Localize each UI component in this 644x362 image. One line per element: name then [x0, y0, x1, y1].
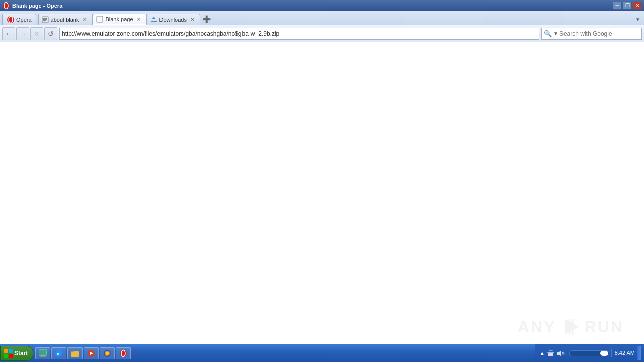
search-icon: 🔍	[544, 30, 552, 37]
svg-rect-12	[151, 21, 157, 22]
new-tab-button[interactable]: ➕	[201, 14, 212, 25]
watermark: ANY RUN	[518, 317, 624, 337]
nav-bar: ← → ✕ ↺ 🔍 ▼	[0, 25, 644, 42]
svg-rect-9	[98, 18, 102, 18]
search-bar-container: 🔍 ▼	[541, 28, 642, 40]
close-button[interactable]: ✕	[633, 2, 642, 10]
search-engine-dropdown[interactable]: ▼	[553, 31, 558, 36]
watermark-play-icon	[560, 317, 581, 337]
system-tray: ▲	[538, 349, 567, 357]
forward-icon: →	[19, 30, 26, 38]
show-desktop-button[interactable]	[637, 346, 641, 360]
svg-text:e: e	[57, 351, 59, 356]
svg-rect-36	[548, 353, 553, 356]
taskbar-media-item[interactable]	[84, 347, 99, 359]
svg-point-34	[120, 350, 127, 357]
svg-rect-6	[43, 19, 47, 20]
stop-button[interactable]: ✕	[30, 27, 43, 40]
tab-blank-page-label: Blank page	[105, 16, 133, 22]
network-icon	[547, 349, 555, 357]
windows-logo-icon	[4, 349, 13, 358]
opera-logo-icon	[2, 2, 10, 10]
taskbar-opera-item[interactable]	[116, 347, 131, 359]
tab-about-blank[interactable]: about:blank ✕	[38, 14, 93, 25]
svg-rect-19	[9, 349, 13, 353]
svg-rect-22	[39, 350, 47, 355]
svg-rect-23	[41, 355, 45, 356]
tab-downloads-label: Downloads	[159, 17, 187, 23]
desktop-icon	[39, 349, 47, 357]
svg-rect-20	[4, 354, 8, 358]
window-title: Blank page - Opera	[12, 3, 62, 9]
svg-point-0	[3, 2, 10, 9]
tab-blank-page[interactable]: Blank page ✕	[93, 14, 146, 25]
tray-expand-arrow[interactable]: ▲	[540, 350, 545, 356]
svg-rect-11	[98, 20, 100, 20]
svg-point-33	[106, 352, 109, 355]
taskbar-show-desktop-item[interactable]	[35, 347, 50, 359]
taskbar: Start e	[0, 344, 644, 362]
volume-thumb[interactable]	[600, 351, 608, 356]
restore-button[interactable]: ❐	[623, 2, 632, 10]
volume-track[interactable]	[569, 350, 609, 356]
svg-rect-14	[153, 17, 154, 19]
title-bar-left: Blank page - Opera	[2, 2, 62, 10]
title-bar: Blank page - Opera ─ ❐ ✕	[0, 0, 644, 11]
download-icon	[150, 16, 157, 23]
taskbar-ie-item[interactable]: e	[51, 347, 66, 359]
taskbar-firefox-item[interactable]	[100, 347, 115, 359]
svg-rect-7	[43, 20, 46, 21]
address-input[interactable]	[62, 30, 537, 37]
svg-rect-10	[98, 19, 102, 19]
page-icon	[96, 16, 103, 23]
svg-rect-28	[71, 351, 74, 352]
volume-icon	[557, 349, 565, 357]
start-label: Start	[14, 350, 28, 357]
tab-blank-page-close[interactable]: ✕	[135, 16, 142, 23]
opera-logo-small-icon	[7, 16, 15, 24]
internet-explorer-icon: e	[55, 349, 63, 357]
folder-icon	[71, 349, 79, 357]
tab-about-blank-label: about:blank	[51, 17, 79, 23]
svg-rect-5	[43, 18, 47, 19]
minimize-button[interactable]: ─	[613, 2, 622, 10]
volume-slider-area	[569, 350, 609, 356]
search-input[interactable]	[559, 30, 639, 37]
watermark-text: ANY	[518, 318, 556, 336]
tab-downloads[interactable]: Downloads ✕	[147, 14, 200, 25]
back-button[interactable]: ←	[2, 27, 15, 40]
svg-marker-15	[565, 319, 579, 335]
clock: 8:42 AM	[611, 349, 635, 356]
opera-taskbar-icon	[119, 349, 127, 357]
stop-icon: ✕	[34, 30, 40, 38]
tab-about-blank-close[interactable]: ✕	[81, 16, 88, 23]
svg-rect-24	[40, 356, 46, 357]
main-content	[0, 42, 644, 344]
tab-downloads-close[interactable]: ✕	[189, 16, 196, 23]
taskbar-folder-item[interactable]	[67, 347, 83, 359]
opera-menu-button[interactable]: Opera	[2, 14, 36, 25]
opera-btn-label: Opera	[16, 17, 32, 23]
svg-marker-39	[557, 350, 561, 356]
reload-button[interactable]: ↺	[44, 27, 57, 40]
back-icon: ←	[5, 30, 12, 38]
tab-bar-end: ▼	[634, 14, 642, 25]
page-icon	[42, 16, 49, 23]
svg-rect-38	[549, 350, 553, 351]
svg-rect-18	[4, 349, 8, 353]
watermark-subtext: RUN	[585, 318, 624, 336]
address-bar-container	[59, 28, 539, 40]
svg-rect-37	[547, 352, 554, 353]
reload-icon: ↺	[48, 30, 54, 38]
svg-point-2	[7, 16, 14, 23]
tab-bar: Opera about:blank ✕ Blank page ✕ Downloa…	[0, 11, 644, 25]
firefox-icon	[103, 349, 111, 357]
title-bar-controls: ─ ❐ ✕	[613, 2, 642, 10]
tab-scroll-button[interactable]: ▼	[634, 14, 642, 25]
start-button[interactable]: Start	[0, 346, 33, 361]
svg-rect-21	[9, 354, 13, 358]
media-player-icon	[87, 349, 95, 357]
forward-button[interactable]: →	[16, 27, 29, 40]
taskbar-right: ▲ 8:42 AM	[535, 344, 644, 362]
